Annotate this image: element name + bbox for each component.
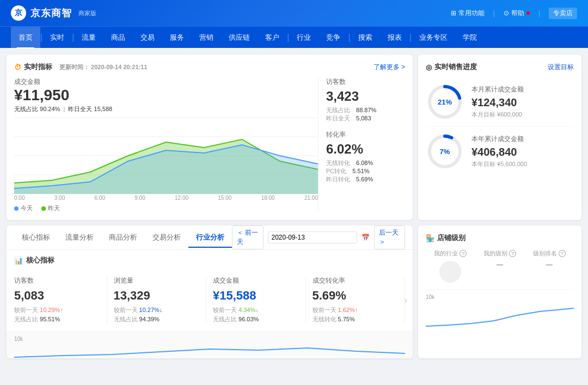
nav-item-home[interactable]: 首页	[11, 27, 40, 48]
bottom-left: 核心指标 流量分析 商品分析 交易分析 行业分析 ＜ 前一天 📅 后一天 ＞ 📊	[7, 225, 413, 358]
tab-core[interactable]: 核心指标	[14, 227, 58, 248]
yearly-target: 本年目标 ¥5,600,000	[471, 160, 574, 168]
nav-item-report[interactable]: 报表	[380, 27, 409, 48]
right-stats: 访客数 3,423 无线占比 88.87% 昨日全天 5,083 转化率 6.0…	[318, 77, 405, 212]
help-btn[interactable]: ⊙ 帮助	[504, 9, 530, 18]
nav-item-customer[interactable]: 客户	[258, 27, 287, 48]
visitor-stat: 访客数 3,423 无线占比 88.87% 昨日全天 5,083	[326, 77, 405, 123]
notification-dot	[526, 11, 530, 15]
level-info-icon[interactable]: ?	[509, 250, 516, 257]
nav-item-traffic[interactable]: 流量	[74, 27, 103, 48]
sales-progress-header: ◎ 实时销售进度 设置目标	[426, 62, 574, 72]
nav-item-search[interactable]: 搜索	[351, 27, 380, 48]
divider2: |	[538, 9, 540, 17]
nav-item-business[interactable]: 业务专区	[412, 27, 455, 48]
help-label: 帮助	[511, 9, 524, 18]
top-row: ⏱ 实时指标 更新时间： 2020-09-14 20:21:11 了解更多 > …	[7, 54, 581, 220]
sales-sub: 无线占比 90.24% | 昨日全天 15,588	[14, 105, 318, 113]
sales-amount-text: ¥11,950	[14, 87, 69, 103]
nav-item-goods[interactable]: 商品	[103, 27, 133, 48]
monthly-title: 本月累计成交金额	[471, 85, 574, 94]
tab-date-nav: ＜ 前一天 📅 后一天 ＞	[232, 225, 405, 249]
nav-item-supply[interactable]: 供应链	[221, 27, 258, 48]
logo-icon: 京	[11, 5, 26, 21]
sales-progress-card: ◎ 实时销售进度 设置目标 21% 本月累计成交金额 ¥124,340	[418, 54, 581, 220]
logo-text: 京东商智	[30, 7, 72, 20]
legend-today: 今天	[14, 204, 33, 212]
industry-avatar	[439, 261, 461, 283]
conversion-stat: 转化率 6.02% 无线转化 6.08% PC转化 5.51% 昨日转化 5.6…	[326, 130, 405, 184]
x-label-15: 15:00	[218, 195, 231, 201]
set-target-btn[interactable]: 设置目标	[548, 63, 574, 72]
realtime-indicators-card: ⏱ 实时指标 更新时间： 2020-09-14 20:21:11 了解更多 > …	[7, 54, 413, 220]
next-day-btn[interactable]: 后一天 ＞	[374, 225, 406, 249]
visitor-value: 3,423	[326, 89, 405, 104]
nav-item-competition[interactable]: 竞争	[318, 27, 348, 48]
metric-browse: 浏览量 13,329 较前一天 10.27%↓ 无线占比 94.39%	[107, 276, 207, 323]
rank-info-icon[interactable]: ?	[559, 250, 566, 257]
tab-traffic[interactable]: 流量分析	[58, 227, 101, 248]
next-arrow-btn[interactable]: ›	[404, 294, 407, 305]
shop-level-card: 🏪 店铺级别 我的行业 ? 我的级别 ?	[418, 225, 581, 358]
common-func-btn[interactable]: ⊞ 常用功能	[451, 9, 485, 18]
tab-goods[interactable]: 商品分析	[101, 227, 145, 248]
tab-industry[interactable]: 行业分析	[188, 227, 232, 248]
metric-visitors-name: 访客数	[14, 276, 100, 285]
nav-item-marketing[interactable]: 营销	[192, 27, 221, 48]
metrics-grid: 访客数 5,083 较前一天 10.29% 无线占比 95.51% 浏览量 13…	[7, 268, 413, 331]
nav-item-academy[interactable]: 学院	[455, 27, 485, 48]
nav-item-industry[interactable]: 行业	[289, 27, 318, 48]
metric-visitors: 访客数 5,083 较前一天 10.29% 无线占比 95.51%	[14, 276, 107, 323]
prev-day-btn[interactable]: ＜ 前一天	[232, 225, 264, 249]
progress-icon: ◎	[426, 63, 432, 71]
yearly-info: 本年累计成交金额 ¥406,840 本年目标 ¥5,600,000	[471, 135, 574, 168]
yearly-value: ¥406,840	[471, 146, 574, 158]
x-label-3: 3:00	[54, 195, 65, 201]
metric-conversion: 成交转化率 5.69% 较前一天 1.62%↑ 无线转化 5.75%	[306, 276, 406, 323]
bar-chart-icon: 📊	[14, 256, 23, 265]
metric-visitors-compare: 较前一天 10.29% 无线占比 95.51%	[14, 306, 100, 323]
logo-area: 京 京东商智 商家版	[11, 5, 96, 21]
nav-item-service[interactable]: 服务	[162, 27, 192, 48]
nav-item-trade[interactable]: 交易	[133, 27, 162, 48]
shop-name[interactable]: 专卖店	[549, 8, 577, 19]
shop-level-title: 我的级别 ?	[480, 249, 520, 258]
main-nav: 首页 | 实时 | 流量 商品 交易 服务 营销 供应链 客户 | 行业 竞争 …	[0, 26, 588, 48]
metric-sales: 成交金额 ¥15,588 较前一天 4.34%↓ 无线占比 96.03%	[206, 276, 306, 323]
grid-icon: ⊞	[451, 9, 456, 17]
learn-more-link[interactable]: 了解更多 >	[373, 63, 405, 72]
legend-yesterday: 昨天	[41, 204, 60, 212]
visitor-label: 访客数	[326, 77, 405, 87]
shop-cols: 我的行业 ? 我的级别 ? — 级别排名	[426, 249, 574, 283]
x-label-6: 6:00	[95, 195, 105, 201]
header-right: ⊞ 常用功能 | ⊙ 帮助 | 专卖店	[451, 8, 577, 19]
metric-visitors-value: 5,083	[14, 289, 100, 303]
tab-trade[interactable]: 交易分析	[145, 227, 188, 248]
industry-info-icon[interactable]: ?	[460, 250, 467, 257]
header: 京 京东商智 商家版 ⊞ 常用功能 | ⊙ 帮助 | 专卖店	[0, 0, 588, 26]
metric-conversion-compare: 较前一天 1.62%↑ 无线转化 5.75%	[313, 306, 399, 323]
sales-progress-title: ◎ 实时销售进度	[426, 62, 477, 72]
logo-badge: 商家版	[78, 9, 96, 17]
shop-col-industry: 我的行业 ?	[426, 249, 475, 283]
bottom-row: 核心指标 流量分析 商品分析 交易分析 行业分析 ＜ 前一天 📅 后一天 ＞ 📊	[7, 225, 581, 358]
shop-rank-title: 级别排名 ?	[529, 249, 569, 258]
monthly-circle: 21%	[426, 83, 464, 121]
calendar-icon[interactable]: 📅	[362, 234, 370, 241]
realtime-card-header: ⏱ 实时指标 更新时间： 2020-09-14 20:21:11 了解更多 >	[14, 62, 405, 72]
shop-level-value: —	[480, 261, 520, 268]
core-metrics-title-row: 📊 核心指标	[7, 250, 413, 268]
monthly-value: ¥124,340	[471, 96, 574, 109]
sales-amount: 成交金额 ¥11,950 无线占比 90.24% | 昨日全天 15,588	[14, 77, 318, 113]
chart-y-label: 10k	[14, 336, 405, 342]
metric-sales-compare: 较前一天 4.34%↓ 无线占比 96.03%	[213, 306, 299, 323]
nav-item-realtime[interactable]: 实时	[42, 27, 72, 48]
core-metrics-title: 核心指标	[26, 255, 54, 265]
monthly-target: 本月目标 ¥600,000	[471, 111, 574, 119]
date-input[interactable]	[268, 231, 357, 243]
main-content: ⏱ 实时指标 更新时间： 2020-09-14 20:21:11 了解更多 > …	[0, 48, 588, 365]
monthly-percent: 21%	[438, 98, 452, 106]
metric-browse-compare: 较前一天 10.27%↓ 无线占比 94.39%	[114, 306, 200, 323]
x-label-0: 0:00	[14, 195, 24, 201]
shop-icon: 🏪	[426, 234, 434, 242]
